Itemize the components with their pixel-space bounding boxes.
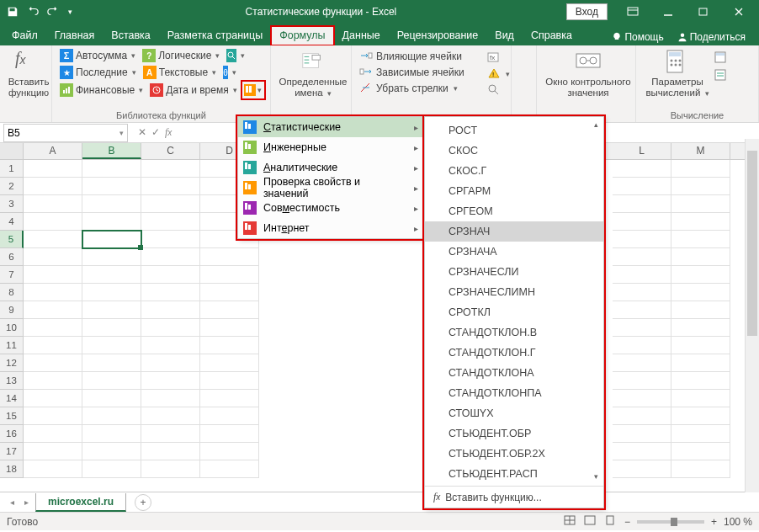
cell-C10[interactable] <box>141 319 200 337</box>
cell-M4[interactable] <box>671 213 730 231</box>
cell-A13[interactable] <box>24 372 82 390</box>
share-button[interactable]: Поделиться <box>672 29 751 45</box>
cell-L4[interactable] <box>613 213 671 231</box>
calc-now-button[interactable] <box>714 51 729 66</box>
cell-M12[interactable] <box>671 354 730 372</box>
cell-D14[interactable] <box>200 390 259 407</box>
cell-B2[interactable] <box>82 178 141 195</box>
cell-D15[interactable] <box>200 407 259 425</box>
add-sheet-button[interactable]: + <box>135 494 151 511</box>
cell-C4[interactable] <box>141 213 200 231</box>
cell-C12[interactable] <box>141 354 200 372</box>
tab-formulas[interactable]: Формулы <box>271 26 333 45</box>
cell-A16[interactable] <box>24 425 82 443</box>
cell-C9[interactable] <box>141 301 200 319</box>
cell-C2[interactable] <box>141 178 200 195</box>
cell-M17[interactable] <box>671 443 730 460</box>
menu-item-Интернет[interactable]: Интернет▸ <box>238 218 423 238</box>
cell-C3[interactable] <box>141 195 200 213</box>
cell-B16[interactable] <box>82 425 141 443</box>
row-1[interactable]: 1 <box>0 160 24 178</box>
cell-D8[interactable] <box>200 284 259 301</box>
cell-B10[interactable] <box>82 319 141 337</box>
cell-A12[interactable] <box>24 354 82 372</box>
cell-M10[interactable] <box>671 319 730 337</box>
show-formulas-button[interactable]: fx <box>485 51 512 66</box>
qat-customize-icon[interactable]: ▾ <box>64 3 76 21</box>
cancel-icon[interactable]: ✕ <box>138 126 146 139</box>
tell-me[interactable]: Помощь <box>607 29 668 45</box>
cell-M14[interactable] <box>671 390 730 407</box>
fn-СТЬЮДЕНТ.ОБР.2Х[interactable]: СТЬЮДЕНТ.ОБР.2Х <box>425 444 603 464</box>
datetime-button[interactable]: Дата и время▾ <box>147 81 239 99</box>
cell-M3[interactable] <box>671 195 730 213</box>
cell-L13[interactable] <box>613 372 671 390</box>
zoom-in-button[interactable]: + <box>711 516 717 528</box>
math-button[interactable]: θ▾ <box>220 64 237 81</box>
cell-D11[interactable] <box>200 337 259 354</box>
cell-C18[interactable] <box>141 460 200 478</box>
menu-item-Инженерные[interactable]: Инженерные▸ <box>238 137 423 157</box>
submenu-scrollbar[interactable]: ▴▾ <box>590 120 602 484</box>
cell-L6[interactable] <box>613 248 671 266</box>
cell-C17[interactable] <box>141 443 200 460</box>
undo-icon[interactable] <box>24 3 42 21</box>
cell-L7[interactable] <box>613 266 671 284</box>
logical-button[interactable]: ?Логические▾ <box>140 47 222 64</box>
cell-L14[interactable] <box>613 390 671 407</box>
fn-СКОС[interactable]: СКОС <box>425 141 603 161</box>
fn-СТАНДОТКЛОН.Г[interactable]: СТАНДОТКЛОН.Г <box>425 343 603 363</box>
row-2[interactable]: 2 <box>0 178 24 195</box>
recent-button[interactable]: ★Последние▾ <box>57 64 139 81</box>
cell-L10[interactable] <box>613 319 671 337</box>
remove-arrows-button[interactable]: Убрать стрелки▾ <box>357 81 506 96</box>
cell-M13[interactable] <box>671 372 730 390</box>
cell-M16[interactable] <box>671 425 730 443</box>
row-10[interactable]: 10 <box>0 319 24 337</box>
cell-B9[interactable] <box>82 301 141 319</box>
cell-L16[interactable] <box>613 425 671 443</box>
cell-M15[interactable] <box>671 407 730 425</box>
fn-СРГАРМ[interactable]: СРГАРМ <box>425 181 603 201</box>
fn-СРЗНАЧЕСЛИ[interactable]: СРЗНАЧЕСЛИ <box>425 262 603 282</box>
close-icon[interactable] <box>722 0 756 24</box>
cell-B12[interactable] <box>82 354 141 372</box>
cell-B11[interactable] <box>82 337 141 354</box>
sheet-nav-prev[interactable]: ◂ <box>7 497 18 507</box>
fn-СКОС.Г[interactable]: СКОС.Г <box>425 161 603 181</box>
name-box[interactable]: B5▾ <box>3 124 128 142</box>
row-12[interactable]: 12 <box>0 354 24 372</box>
enter-icon[interactable]: ✓ <box>151 126 160 139</box>
trace-precedents-button[interactable]: Влияющие ячейки <box>357 49 506 64</box>
login-button[interactable]: Вход <box>566 3 608 20</box>
cell-M1[interactable] <box>671 160 730 178</box>
eval-formula-button[interactable] <box>485 82 512 98</box>
row-8[interactable]: 8 <box>0 284 24 301</box>
cell-B17[interactable] <box>82 443 141 460</box>
fn-СРЗНАЧА[interactable]: СРЗНАЧА <box>425 242 603 262</box>
cell-B5[interactable] <box>82 231 141 248</box>
cell-D10[interactable] <box>200 319 259 337</box>
cell-A5[interactable] <box>24 231 82 248</box>
fn-СТАНДОТКЛОНПА[interactable]: СТАНДОТКЛОНПА <box>425 383 603 403</box>
cell-D17[interactable] <box>200 443 259 460</box>
cell-A15[interactable] <box>24 407 82 425</box>
row-18[interactable]: 18 <box>0 460 24 478</box>
cell-L8[interactable] <box>613 284 671 301</box>
defined-names-button[interactable]: Определенныеимена ▾ <box>276 47 350 98</box>
cell-C6[interactable] <box>141 248 200 266</box>
lookup-button[interactable]: ▾ <box>224 47 241 64</box>
col-M[interactable]: M <box>671 143 730 159</box>
tab-insert[interactable]: Вставка <box>103 26 158 45</box>
fn-СРОТКЛ[interactable]: СРОТКЛ <box>425 302 603 322</box>
cell-B14[interactable] <box>82 390 141 407</box>
insert-function-button[interactable]: fx Вставитьфункцию <box>5 47 52 98</box>
row-9[interactable]: 9 <box>0 301 24 319</box>
sheet-nav-next[interactable]: ▸ <box>21 497 32 507</box>
fn-СТОШYX[interactable]: СТОШYX <box>425 403 603 423</box>
cell-C13[interactable] <box>141 372 200 390</box>
ribbon-display-icon[interactable] <box>616 0 650 24</box>
row-14[interactable]: 14 <box>0 390 24 407</box>
row-16[interactable]: 16 <box>0 425 24 443</box>
cell-L11[interactable] <box>613 337 671 354</box>
